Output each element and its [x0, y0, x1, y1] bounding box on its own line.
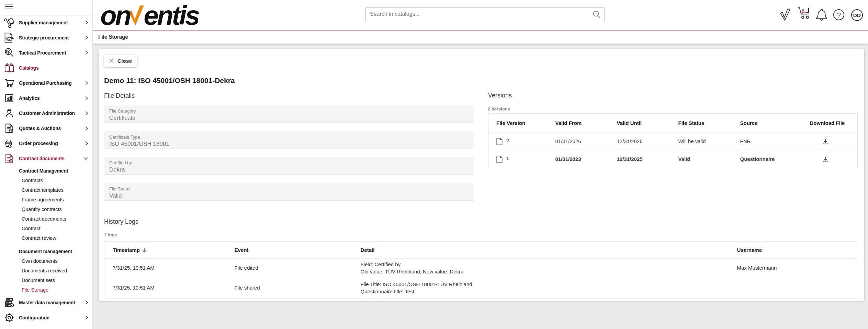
svg-text:§: §	[10, 160, 12, 163]
svg-text:0: 0	[802, 9, 805, 14]
svg-text:%: %	[10, 129, 12, 132]
